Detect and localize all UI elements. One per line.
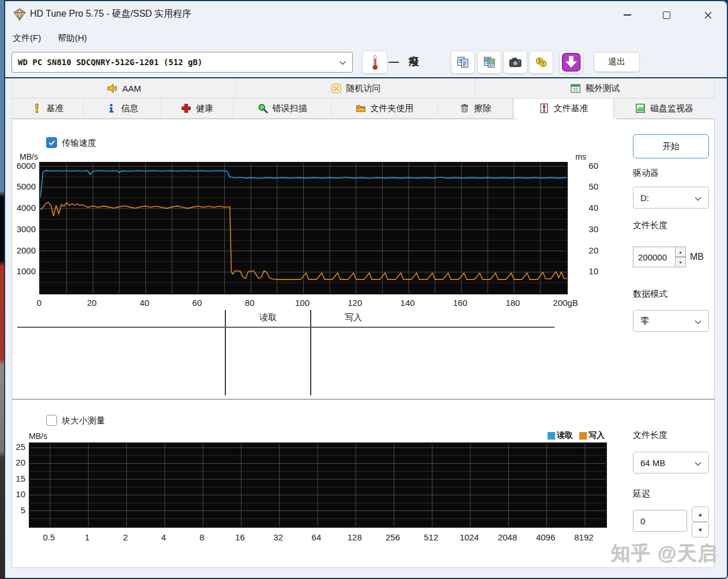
save-results-button[interactable] xyxy=(559,51,583,74)
chart1-xtick: 80 xyxy=(245,298,255,308)
chart1-ytick-left: 2000 xyxy=(9,245,36,255)
chart1-xtick: 0 xyxy=(37,298,42,308)
chart1-xtick: 60 xyxy=(193,298,202,308)
tab-aam[interactable]: AAM xyxy=(12,78,236,99)
spin-down-button[interactable]: ▼ xyxy=(675,257,686,267)
health-cross-icon xyxy=(181,103,191,113)
tab-health[interactable]: 健康 xyxy=(161,99,233,119)
chart2-xtick: 1024 xyxy=(459,532,478,542)
chart1-ytick-right: 60 xyxy=(578,161,598,171)
section-divider xyxy=(12,399,714,400)
chart2-xtick: 16 xyxy=(235,532,245,542)
tab-file-benchmark[interactable]: 文件基准 xyxy=(513,99,614,119)
chart2-xtick: 2048 xyxy=(498,532,517,542)
tab-disk-monitor[interactable]: 磁盘监视器 xyxy=(614,99,715,119)
menu-help[interactable]: 帮助(H) xyxy=(53,31,92,46)
chart2-xtick: 64 xyxy=(312,532,322,542)
tab-benchmark[interactable]: 基准 xyxy=(12,99,84,119)
chevron-down-icon xyxy=(695,193,708,203)
delay-input[interactable]: 0 xyxy=(633,510,687,532)
exit-button[interactable]: 退出 xyxy=(594,52,640,72)
maximize-button[interactable] xyxy=(655,6,677,24)
chevron-down-icon xyxy=(695,458,708,468)
chart1-xtick: 140 xyxy=(401,298,415,308)
menu-file[interactable]: 文件(F) xyxy=(8,31,46,46)
thermometer-icon xyxy=(370,53,379,71)
legend-write-label: 写入 xyxy=(589,430,605,441)
chart2-ytick: 5 xyxy=(3,505,25,515)
start-button[interactable]: 开始 xyxy=(633,134,709,158)
chart1-ytick-right: 30 xyxy=(578,224,598,234)
tab-error-scan[interactable]: 错误扫描 xyxy=(233,99,331,119)
drive-label: 驱动器 xyxy=(633,168,659,179)
tab-label: 随机访问 xyxy=(346,83,381,94)
tab-label: 额外测试 xyxy=(586,83,620,94)
hd-tune-pro-window: HD Tune Pro 5.75 - 硬盘/SSD 实用程序 文件(F) 帮助(… xyxy=(0,0,728,579)
tab-label: 擦除 xyxy=(474,103,492,114)
file-length2-dropdown[interactable]: 64 MB xyxy=(633,452,709,474)
delay-spin-down-button[interactable]: ▼ xyxy=(692,522,709,538)
temperature-button[interactable] xyxy=(362,51,387,74)
drive-select[interactable]: WD PC SN810 SDCQNRY-512G-1201 (512 gB) xyxy=(12,52,353,73)
drive-dropdown[interactable]: D: xyxy=(633,187,709,209)
transfer-speed-checkbox[interactable] xyxy=(46,137,57,148)
block-size-checkbox[interactable] xyxy=(46,415,57,426)
data-mode-dropdown[interactable]: 零 xyxy=(633,310,709,332)
tab-label: 磁盘监视器 xyxy=(650,103,693,114)
tab-info[interactable]: 信息 xyxy=(84,99,161,119)
chart1-ytick-left: 3000 xyxy=(9,224,36,234)
coins-icon xyxy=(534,55,548,69)
data-mode-value: 零 xyxy=(633,316,695,327)
donate-button[interactable] xyxy=(529,51,553,74)
exclamation-icon xyxy=(32,103,42,113)
table-header-rule xyxy=(17,327,555,328)
watermark: 知乎 @天启 xyxy=(576,540,718,566)
table-col-read: 读取 xyxy=(226,312,310,323)
delay-label: 延迟 xyxy=(633,489,650,499)
tab-random-access[interactable]: 随机访问 xyxy=(236,78,476,99)
chart2-ytick: 15 xyxy=(3,474,25,483)
file-length-input[interactable]: 200000 xyxy=(633,247,676,267)
tab-folder-usage[interactable]: 文件夹使用 xyxy=(331,99,438,119)
camera-icon xyxy=(508,55,522,69)
chart1-ytick-right: 40 xyxy=(578,203,598,213)
app-icon xyxy=(13,7,27,21)
tab-erase[interactable]: 擦除 xyxy=(438,99,513,119)
chart1-ytick-left: 1000 xyxy=(9,266,36,276)
chart2-xtick: 4096 xyxy=(536,532,555,542)
chart1-xtick: 200gB xyxy=(553,298,578,308)
chart1-ytick-left: 4000 xyxy=(9,203,36,213)
copy-image-icon xyxy=(482,55,496,69)
chart2-legend: 读取 写入 xyxy=(548,430,605,441)
chart2-y-unit: MB/s xyxy=(24,432,47,441)
minimize-button[interactable] xyxy=(616,6,638,24)
delay-spin-up-button[interactable]: ▲ xyxy=(692,506,709,522)
download-arrow-icon xyxy=(561,52,581,72)
table-divider-2 xyxy=(310,310,311,395)
copy-image-button[interactable] xyxy=(477,51,501,74)
file-benchmark-icon xyxy=(539,103,549,113)
legend-read-swatch xyxy=(548,432,555,440)
table-divider-1 xyxy=(225,310,226,395)
chart2-xtick: 2 xyxy=(123,532,127,542)
info-icon xyxy=(106,103,116,113)
chevron-down-icon xyxy=(333,57,352,67)
file-length-unit: MB xyxy=(690,252,704,262)
tab-label: 文件基准 xyxy=(554,103,589,114)
tab-label: 健康 xyxy=(196,103,213,114)
chart1-xtick: 160 xyxy=(453,298,467,308)
file-length2-label: 文件长度 xyxy=(633,430,667,441)
close-button[interactable] xyxy=(697,6,719,24)
chart2-xtick: 512 xyxy=(424,532,438,542)
chevron-down-icon xyxy=(695,316,708,326)
tab-extra-tests[interactable]: 额外测试 xyxy=(476,78,715,99)
screenshot-button[interactable] xyxy=(503,51,527,74)
legend-write-swatch xyxy=(579,432,587,440)
spin-up-button[interactable]: ▲ xyxy=(675,247,686,257)
temperature-display: — 癈 xyxy=(388,55,423,69)
drive-select-value: WD PC SN810 SDCQNRY-512G-1201 (512 gB) xyxy=(12,58,333,67)
magnifier-icon xyxy=(258,103,268,113)
dice-icon xyxy=(331,83,342,94)
copy-text-button[interactable] xyxy=(451,51,475,74)
check-icon xyxy=(48,140,55,146)
